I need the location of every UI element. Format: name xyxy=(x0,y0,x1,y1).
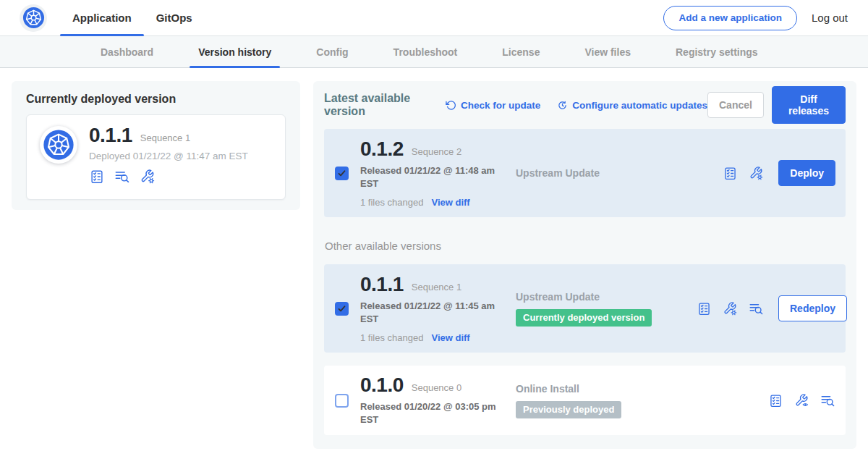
tab-gitops[interactable]: GitOps xyxy=(144,0,205,35)
version-source-label: Online Install xyxy=(516,383,697,395)
deployed-version-number: 0.1.1 xyxy=(89,125,132,146)
currently-deployed-title: Currently deployed version xyxy=(26,93,286,106)
add-new-application-button[interactable]: Add a new application xyxy=(663,6,797,30)
top-nav: Application GitOps Add a new application… xyxy=(0,0,868,36)
check-for-update-link[interactable]: Check for update xyxy=(446,100,540,111)
version-row-0-1-1: 0.1.1 Sequence 1 Released 01/21/22 @ 11:… xyxy=(324,264,846,353)
version-row-0-1-2: 0.1.2 Sequence 2 Released 01/21/22 @ 11:… xyxy=(324,129,846,217)
sequence-label: Sequence 2 xyxy=(412,146,461,157)
version-row-actions xyxy=(697,393,835,408)
edit-config-icon[interactable] xyxy=(140,169,156,185)
subnav-item-view-files[interactable]: View files xyxy=(584,36,631,67)
deployed-sequence-label: Sequence 1 xyxy=(140,132,190,143)
subnav-item-troubleshoot[interactable]: Troubleshoot xyxy=(393,36,458,67)
currently-deployed-badge: Currently deployed version xyxy=(516,309,652,327)
deployed-timestamp: Deployed 01/21/22 @ 11:47 am EST xyxy=(89,151,248,161)
preflight-checks-icon[interactable] xyxy=(723,166,738,181)
view-diff-link[interactable]: View diff xyxy=(431,197,469,208)
app-sub-nav: Dashboard Version history Config Trouble… xyxy=(0,36,868,68)
deploy-logs-icon[interactable] xyxy=(749,301,764,316)
deploy-button[interactable]: Deploy xyxy=(778,160,835,186)
version-source-label: Upstream Update xyxy=(516,167,697,179)
refresh-icon xyxy=(446,100,456,111)
version-checkbox-checked[interactable] xyxy=(335,167,349,180)
logout-button[interactable]: Log out xyxy=(812,12,848,24)
subnav-item-version-history[interactable]: Version history xyxy=(198,36,271,67)
check-icon xyxy=(337,304,346,313)
subnav-item-dashboard[interactable]: Dashboard xyxy=(101,36,153,67)
version-info: 0.1.1 Sequence 1 Released 01/21/22 @ 11:… xyxy=(360,274,516,344)
configure-automatic-updates-link[interactable]: Configure automatic updates xyxy=(557,100,707,111)
version-info: 0.1.0 Sequence 0 Released 01/20/22 @ 03:… xyxy=(360,374,516,427)
deployed-version-card: 0.1.1 Sequence 1 Deployed 01/21/22 @ 11:… xyxy=(26,114,286,200)
subnav-item-registry-settings[interactable]: Registry settings xyxy=(676,36,758,67)
version-source-label: Upstream Update xyxy=(516,291,697,303)
other-available-versions-title: Other available versions xyxy=(325,240,846,253)
redeploy-button[interactable]: Redeploy xyxy=(778,295,847,321)
files-changed-label: 1 files changed xyxy=(360,197,423,208)
preflight-checks-icon[interactable] xyxy=(697,301,712,316)
sequence-label: Sequence 0 xyxy=(412,382,461,393)
version-row-actions: Deploy xyxy=(697,160,835,186)
deployed-version-details: 0.1.1 Sequence 1 Deployed 01/21/22 @ 11:… xyxy=(89,125,248,190)
view-config-icon[interactable] xyxy=(794,393,809,408)
cancel-button[interactable]: Cancel xyxy=(707,92,764,118)
preflight-checks-icon[interactable] xyxy=(768,393,783,408)
preflight-checks-icon[interactable] xyxy=(89,169,105,185)
edit-config-icon[interactable] xyxy=(723,301,738,316)
files-changed-line: 1 files changedView diff xyxy=(360,332,516,343)
deployed-version-actions xyxy=(89,169,248,185)
app-logo[interactable] xyxy=(20,4,47,32)
check-for-update-label: Check for update xyxy=(461,100,540,111)
released-timestamp: Released 01/21/22 @ 11:45 am EST xyxy=(360,300,512,326)
version-number: 0.1.0 xyxy=(360,374,404,395)
deploy-logs-icon[interactable] xyxy=(820,393,835,408)
files-changed-line: 1 files changedView diff xyxy=(360,197,516,208)
version-source-block: Upstream Update Currently deployed versi… xyxy=(516,291,697,327)
clock-refresh-icon xyxy=(557,100,568,111)
available-versions-panel: Latest available version Check for updat… xyxy=(313,81,856,449)
subnav-item-license[interactable]: License xyxy=(502,36,540,67)
top-nav-tabs: Application GitOps xyxy=(60,0,205,35)
kubernetes-logo-icon xyxy=(22,7,45,29)
version-source-block: Upstream Update xyxy=(516,167,697,179)
edit-config-icon[interactable] xyxy=(749,166,764,181)
version-info: 0.1.2 Sequence 2 Released 01/21/22 @ 11:… xyxy=(360,138,516,209)
subnav-item-config[interactable]: Config xyxy=(316,36,348,67)
released-timestamp: Released 01/20/22 @ 03:05 pm EST xyxy=(360,400,512,426)
version-checkbox-unchecked[interactable] xyxy=(335,394,349,408)
diff-releases-button[interactable]: Diff releases xyxy=(772,86,846,124)
available-versions-header: Latest available version Check for updat… xyxy=(324,93,846,117)
released-timestamp: Released 01/21/22 @ 11:48 am EST xyxy=(360,164,512,190)
view-diff-link[interactable]: View diff xyxy=(431,332,469,343)
tab-application[interactable]: Application xyxy=(60,0,144,35)
previously-deployed-badge: Previously deployed xyxy=(516,401,621,418)
sequence-label: Sequence 1 xyxy=(412,282,461,292)
kubernetes-logo-icon xyxy=(43,129,75,161)
configure-automatic-updates-label: Configure automatic updates xyxy=(572,100,707,111)
deploy-logs-icon[interactable] xyxy=(114,169,130,185)
version-source-block: Online Install Previously deployed xyxy=(516,383,697,418)
version-checkbox-checked[interactable] xyxy=(335,302,349,316)
check-icon xyxy=(337,169,346,178)
version-number: 0.1.2 xyxy=(360,138,404,159)
app-avatar xyxy=(40,126,77,164)
files-changed-label: 1 files changed xyxy=(360,332,423,343)
version-row-actions: Redeploy xyxy=(697,295,847,321)
currently-deployed-panel: Currently deployed version 0.1.1 Sequenc… xyxy=(12,81,300,210)
latest-available-title: Latest available version xyxy=(324,92,434,118)
version-row-0-1-0: 0.1.0 Sequence 0 Released 01/20/22 @ 03:… xyxy=(324,366,846,435)
version-number: 0.1.1 xyxy=(360,274,404,295)
